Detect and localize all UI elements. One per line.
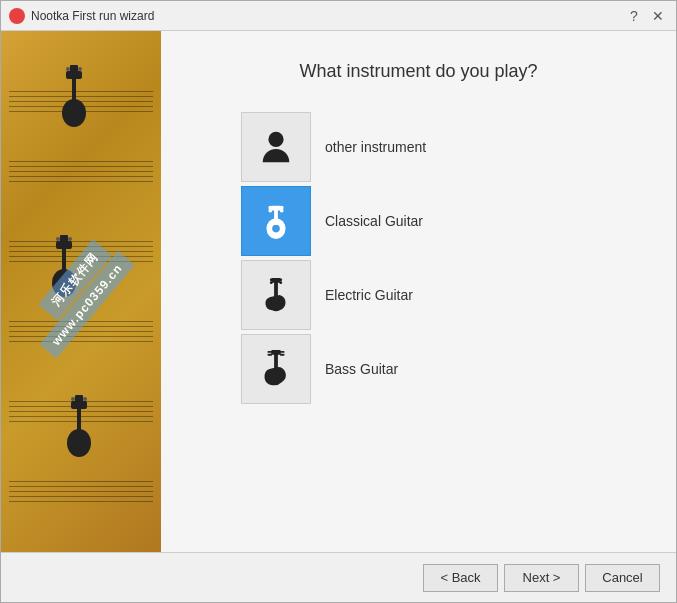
right-panel: What instrument do you play? other instr… bbox=[161, 31, 676, 552]
other-label: other instrument bbox=[325, 139, 426, 155]
instrument-item-classical[interactable]: Classical Guitar bbox=[241, 186, 423, 256]
left-panel: 河乐软件网 www.pc0359.cn bbox=[1, 31, 161, 552]
svg-rect-37 bbox=[280, 351, 285, 353]
svg-point-31 bbox=[270, 281, 273, 284]
svg-rect-38 bbox=[280, 354, 285, 356]
svg-rect-35 bbox=[267, 351, 272, 353]
app-icon bbox=[9, 8, 25, 24]
guitar-decoration-2 bbox=[46, 231, 82, 304]
svg-point-16 bbox=[71, 397, 75, 401]
bass-icon-box[interactable] bbox=[241, 334, 311, 404]
svg-rect-3 bbox=[70, 65, 78, 73]
person-icon bbox=[257, 128, 295, 166]
classical-label: Classical Guitar bbox=[325, 213, 423, 229]
next-button[interactable]: Next > bbox=[504, 564, 579, 592]
instrument-item-other[interactable]: other instrument bbox=[241, 112, 426, 182]
title-bar: Nootka First run wizard ? ✕ bbox=[1, 1, 676, 31]
svg-point-5 bbox=[78, 67, 82, 71]
instrument-item-electric[interactable]: Electric Guitar bbox=[241, 260, 413, 330]
back-button[interactable]: < Back bbox=[423, 564, 498, 592]
other-icon-box[interactable] bbox=[241, 112, 311, 182]
svg-rect-15 bbox=[75, 395, 83, 403]
window-controls: ? ✕ bbox=[624, 6, 668, 26]
main-area: 河乐软件网 www.pc0359.cn What instrument do y… bbox=[1, 31, 676, 552]
instrument-list: other instrument bbox=[241, 112, 636, 404]
help-button[interactable]: ? bbox=[624, 6, 644, 26]
svg-point-29 bbox=[270, 278, 273, 281]
svg-point-4 bbox=[66, 67, 70, 71]
electric-icon-box[interactable] bbox=[241, 260, 311, 330]
svg-point-18 bbox=[268, 132, 283, 147]
svg-rect-9 bbox=[60, 235, 68, 243]
window-title: Nootka First run wizard bbox=[31, 9, 624, 23]
close-button[interactable]: ✕ bbox=[648, 6, 668, 26]
svg-rect-34 bbox=[271, 350, 281, 355]
classical-icon-box[interactable] bbox=[241, 186, 311, 256]
svg-point-10 bbox=[56, 237, 60, 241]
svg-point-17 bbox=[83, 397, 87, 401]
classical-guitar-icon bbox=[257, 202, 295, 240]
svg-point-11 bbox=[68, 237, 72, 241]
bottom-bar: < Back Next > Cancel bbox=[1, 552, 676, 602]
svg-point-20 bbox=[272, 225, 280, 233]
svg-point-25 bbox=[268, 209, 272, 213]
svg-point-30 bbox=[279, 278, 282, 281]
question-title: What instrument do you play? bbox=[201, 61, 636, 82]
cancel-button[interactable]: Cancel bbox=[585, 564, 660, 592]
electric-label: Electric Guitar bbox=[325, 287, 413, 303]
svg-point-26 bbox=[280, 209, 284, 213]
svg-rect-28 bbox=[271, 278, 281, 283]
instrument-item-bass[interactable]: Bass Guitar bbox=[241, 334, 398, 404]
guitar-decoration-3 bbox=[61, 391, 97, 464]
sheet-music-background: 河乐软件网 www.pc0359.cn bbox=[1, 31, 161, 552]
wizard-window: Nootka First run wizard ? ✕ bbox=[0, 0, 677, 603]
electric-guitar-icon bbox=[257, 276, 295, 314]
svg-point-32 bbox=[279, 281, 282, 284]
guitar-decoration-1 bbox=[56, 61, 92, 134]
bass-label: Bass Guitar bbox=[325, 361, 398, 377]
svg-rect-36 bbox=[267, 354, 272, 356]
bass-guitar-icon bbox=[257, 350, 295, 388]
